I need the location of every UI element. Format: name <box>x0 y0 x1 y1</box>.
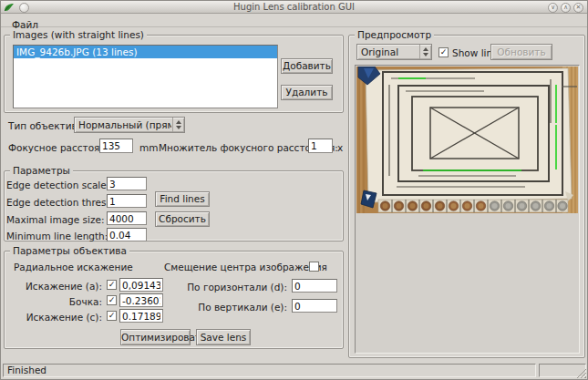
window-title: Hugin Lens calibration GUI <box>1 2 587 12</box>
reset-button[interactable]: Сбросить <box>155 211 210 227</box>
images-group-title: Images (with straight lines) <box>10 29 147 40</box>
add-image-button[interactable]: Добавить <box>281 58 333 74</box>
lens-type-value: Нормальный (прямолине <box>78 119 171 130</box>
preview-group-title: Предпросмотр <box>355 29 434 40</box>
focal-length-unit: mm <box>139 142 158 153</box>
max-image-size-label: Maximal image size: <box>6 214 104 225</box>
distortion-c-label: Искажение (c): <box>6 312 102 323</box>
refresh-button[interactable]: Обновить <box>490 44 552 60</box>
menubar: Файл <box>1 15 587 27</box>
show-lines-check: ✓ <box>440 47 448 56</box>
center-shift-checkbox[interactable] <box>309 262 319 272</box>
preview-mode-value: Original <box>361 46 418 57</box>
horizontal-d-label: По горизонтали (d): <box>141 282 287 293</box>
radial-distortion-label: Радиальное искажение <box>14 262 133 272</box>
images-group: Images (with straight lines) IMG_9426b.J… <box>4 35 344 113</box>
min-line-length-input[interactable] <box>107 228 147 241</box>
focal-multiplier-unit: x <box>337 142 343 153</box>
focal-multiplier-label: Множитель фокусного расстояния: <box>159 142 304 153</box>
preview-image <box>356 67 578 213</box>
edge-threshold-label: Edge detection threshold: <box>6 197 104 208</box>
vertical-e-input[interactable] <box>292 299 337 313</box>
focal-multiplier-input[interactable] <box>308 139 333 153</box>
remove-image-button[interactable]: Удалить <box>281 85 333 100</box>
barrel-b-checkbox[interactable]: ✓ <box>107 295 117 305</box>
close-icon[interactable]: ✕ <box>573 3 583 13</box>
distortion-c-checkbox[interactable]: ✓ <box>107 311 117 321</box>
center-shift-label: Смещение центра изображения <box>164 262 305 272</box>
list-item-selected[interactable]: IMG_9426b.JPG (13 lines) <box>14 46 277 58</box>
show-lines-checkbox[interactable]: ✓ <box>438 47 449 57</box>
parameters-group-title: Параметры <box>10 165 73 176</box>
save-lens-button[interactable]: Save lens <box>196 329 251 345</box>
find-lines-button[interactable]: Find lines <box>155 191 210 207</box>
spinner-icon[interactable] <box>172 118 184 132</box>
vertical-e-label: По вертикали (e): <box>141 302 287 313</box>
status-message: Finished <box>3 364 536 377</box>
barrel-b-check: ✓ <box>108 295 116 304</box>
lens-type-select[interactable]: Нормальный (прямолине <box>74 117 185 133</box>
distortion-a-label: Искажение (a): <box>6 281 102 292</box>
minimize-icon[interactable]: ∨ <box>548 3 558 13</box>
lens-parameters-group-title: Параметры объектива <box>10 245 129 256</box>
distortion-a-checkbox[interactable]: ✓ <box>107 280 117 290</box>
main-window: Hugin Lens calibration GUI ∨ ∧ ✕ Файл Im… <box>0 0 588 380</box>
maximize-icon[interactable]: ∧ <box>561 3 571 13</box>
lens-parameters-group: Параметры объектива Радиальное искажение… <box>4 251 344 349</box>
focal-length-input[interactable] <box>99 139 133 153</box>
barrel-b-label: Бочка: <box>6 296 102 307</box>
statusbar: Finished <box>1 362 587 379</box>
min-line-length-label: Minimum line length: <box>6 231 104 241</box>
images-list[interactable]: IMG_9426b.JPG (13 lines) <box>13 45 278 108</box>
distortion-c-check: ✓ <box>108 311 116 320</box>
max-image-size-input[interactable] <box>107 211 147 225</box>
titlebar[interactable]: Hugin Lens calibration GUI ∨ ∧ ✕ <box>1 1 587 14</box>
preview-mode-select[interactable]: Original <box>356 44 432 60</box>
parameters-group: Параметры Edge detection scale: Edge det… <box>4 170 344 241</box>
spinner-icon[interactable] <box>419 45 431 59</box>
edge-threshold-input[interactable] <box>107 194 147 208</box>
edge-scale-label: Edge detection scale: <box>6 180 104 190</box>
preview-panel <box>355 65 580 354</box>
optimize-button[interactable]: Оптимизировать <box>120 329 191 345</box>
preview-group: Предпросмотр Original ✓ Show lines Обнов… <box>348 35 585 358</box>
horizontal-d-input[interactable] <box>292 279 337 293</box>
edge-scale-input[interactable] <box>107 177 147 190</box>
distortion-a-check: ✓ <box>108 280 116 289</box>
status-secondary-field <box>539 364 586 377</box>
